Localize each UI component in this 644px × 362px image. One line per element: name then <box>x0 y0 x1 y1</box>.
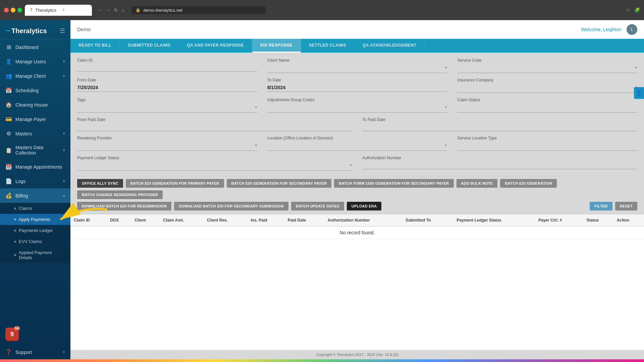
hamburger-icon[interactable]: ☰ <box>60 27 65 35</box>
from-date-input[interactable] <box>77 83 257 92</box>
sub-label-evv-claims: EVV Claims <box>19 239 42 244</box>
col-client[interactable]: Client <box>131 215 160 226</box>
minimize-dot[interactable] <box>11 8 15 12</box>
browser-tab[interactable]: T Theralytics + <box>25 5 92 16</box>
adj-group-codes-label: Adjustments Group Codes <box>267 98 447 102</box>
filter-to-date: To Date <box>267 78 447 93</box>
filter-area: Claim ID Client Name ▾ Service Code ▾ <box>70 53 644 176</box>
dropdown-arrow-icon: ▾ <box>350 163 352 168</box>
main-content: Demo Welcome, Leighton L Ready To Bill S… <box>70 20 644 359</box>
office-ally-sync-button[interactable]: Office Ally Sync <box>77 179 123 188</box>
sidebar-label-logs: Logs <box>15 179 25 184</box>
sidebar-sub-applied-payment-details[interactable]: Applied Payment Details <box>0 247 70 263</box>
adj-group-codes-input[interactable] <box>267 103 445 111</box>
sidebar-item-masters[interactable]: ⚙ Masters ▾ <box>0 126 70 141</box>
sub-dot-evv-claims <box>14 241 16 243</box>
col-payment-ledger-status[interactable]: Payment Ledger Status <box>453 215 535 226</box>
tab-qa-payer-response[interactable]: QA And Payer Response <box>179 39 252 53</box>
batch-edi-primary-button[interactable]: Batch EDI Generation For Primary Payer <box>126 179 224 188</box>
download-batch-edi-secondary-button[interactable]: Download Batch EDI For Secondary Submiss… <box>174 202 288 210</box>
user-avatar[interactable]: L <box>627 24 637 35</box>
col-action[interactable]: Action <box>613 215 644 226</box>
clearing-house-icon: 🏠 <box>5 102 12 108</box>
sidebar-sub-evv-claims[interactable]: EVV Claims <box>0 236 70 247</box>
dropdown-arrow-icon: ▾ <box>445 143 447 148</box>
maximize-dot[interactable] <box>17 8 22 12</box>
top-bar-demo: Demo <box>77 26 91 32</box>
client-name-input[interactable] <box>267 64 445 71</box>
new-tab-button[interactable]: + <box>62 7 65 14</box>
batch-edi-generation-button[interactable]: Batch EDI Generation <box>500 179 557 188</box>
to-date-input[interactable] <box>267 83 447 92</box>
action-buttons-bar: Office Ally Sync Batch EDI Generation Fo… <box>70 176 644 215</box>
forward-icon[interactable]: → <box>106 7 111 13</box>
sidebar-item-manage-appointments[interactable]: 📆 Manage Appointments <box>0 160 70 174</box>
welcome-text[interactable]: Welcome, Leighton <box>581 27 621 32</box>
sidebar-item-scheduling[interactable]: 📅 Scheduling <box>0 83 70 98</box>
close-dot[interactable] <box>4 8 9 12</box>
col-ins-paid[interactable]: Ins. Paid <box>248 215 284 226</box>
claim-status-input[interactable] <box>457 103 637 111</box>
tab-settled-claims[interactable]: Settled Claims <box>301 39 355 53</box>
filter-button[interactable]: Filter <box>590 202 612 210</box>
tab-edi-response[interactable]: EDI Response <box>252 39 301 53</box>
tab-ready-to-bill[interactable]: Ready To Bill <box>70 39 120 53</box>
col-claim-amt[interactable]: Claim Amt. <box>160 215 204 226</box>
col-dos[interactable]: DOS <box>107 215 131 226</box>
chevron-down-icon: ▾ <box>63 179 65 183</box>
to-paid-date-input[interactable] <box>362 123 637 131</box>
service-location-input[interactable] <box>457 141 637 149</box>
reset-button[interactable]: Reset <box>615 202 637 210</box>
col-paid-date[interactable]: Paid Date <box>284 215 324 226</box>
col-submitted-to[interactable]: Submitted To <box>402 215 453 226</box>
sidebar-item-manage-client[interactable]: 👥 Manage Client ▾ <box>0 69 70 83</box>
col-auth-number[interactable]: Authorization Number <box>324 215 402 226</box>
sidebar-item-support[interactable]: ❓ Support ▾ <box>0 345 70 359</box>
sidebar-item-manage-users[interactable]: 👤 Manage Users ▾ <box>0 54 70 69</box>
sidebar-item-clearing-house[interactable]: 🏠 Clearing House <box>0 98 70 112</box>
sidebar-item-logs[interactable]: 📄 Logs ▾ <box>0 174 70 188</box>
insurance-company-input[interactable] <box>457 83 635 91</box>
from-paid-date-input[interactable] <box>77 123 352 131</box>
add-bulk-note-button[interactable]: Add Bulk Note <box>457 179 498 188</box>
extensions-icon[interactable]: 🧩 <box>634 7 640 13</box>
sidebar-item-masters-data[interactable]: 📋 Masters Data Collection ▾ <box>0 141 70 160</box>
auth-number-label: Authorization Number <box>362 156 637 160</box>
tab-submitted-claims[interactable]: Submitted Claims <box>120 39 179 53</box>
payment-ledger-status-input[interactable] <box>77 161 350 169</box>
tags-input[interactable] <box>77 103 255 111</box>
claim-id-input[interactable] <box>77 64 257 72</box>
download-batch-edi-resubmission-button[interactable]: Download Batch EDI For Resubmission <box>77 202 171 210</box>
sidebar-label-support: Support <box>15 350 32 355</box>
address-bar[interactable]: 🔒 demo.theralytics.net <box>131 6 266 14</box>
location-input[interactable] <box>267 141 445 149</box>
tab-qa-acknowledgement[interactable]: QA Acknowledgement <box>355 39 425 53</box>
sub-dot-applied-payment <box>14 254 16 256</box>
service-code-input[interactable] <box>457 64 635 71</box>
auth-number-input[interactable] <box>362 161 637 169</box>
col-payer-ctrl[interactable]: Payer Ctrl. # <box>535 215 583 226</box>
rendering-provider-input[interactable] <box>77 141 255 149</box>
sidebar-sub-claims[interactable]: Claims <box>0 203 70 214</box>
app-icon[interactable]: 9 64 <box>5 327 19 341</box>
upload-era-button[interactable]: Upload ERA <box>347 202 382 210</box>
home-icon[interactable]: ⌂ <box>121 7 124 13</box>
back-icon[interactable]: ← <box>98 7 103 13</box>
sidebar-sub-payments-ledger[interactable]: Payments Ledger <box>0 225 70 236</box>
reload-icon[interactable]: ↻ <box>114 7 118 13</box>
sub-label-claims: Claims <box>19 206 32 211</box>
col-client-res[interactable]: Client Res. <box>204 215 247 226</box>
sidebar-sub-apply-payments[interactable]: Apply Payments <box>0 214 70 225</box>
floating-user-icon[interactable]: 👤 <box>634 87 644 99</box>
col-claim-id[interactable]: Claim ID <box>70 215 107 226</box>
col-status[interactable]: Status <box>583 215 613 226</box>
sidebar-item-dashboard[interactable]: ⊞ Dashboard <box>0 40 70 54</box>
batch-edi-secondary-button[interactable]: Batch EDI Generation For Secondary Payer <box>227 179 332 188</box>
batch-change-rendering-button[interactable]: Batch Change Rendering Provider <box>77 190 163 199</box>
from-paid-date-label: From Paid Date <box>77 117 352 122</box>
sidebar-item-manage-payer[interactable]: 💳 Manage Payer <box>0 112 70 126</box>
batch-update-rates-button[interactable]: Batch Update Rates <box>291 202 344 210</box>
star-icon[interactable]: ☆ <box>626 7 630 13</box>
batch-form-1500-button[interactable]: Batch Form 1500 Generation For Secondary… <box>334 179 453 188</box>
sidebar-item-billing[interactable]: 💰 Billing ▴ <box>0 188 70 203</box>
